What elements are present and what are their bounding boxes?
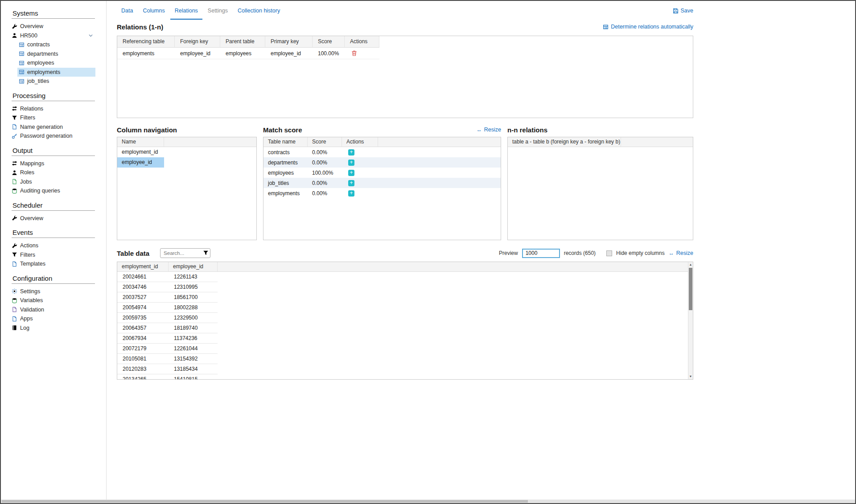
hide-empty-columns-checkbox[interactable] xyxy=(606,250,612,256)
column-header: Table name xyxy=(263,137,308,147)
sidebar-item-log[interactable]: Log xyxy=(12,324,106,333)
document-icon xyxy=(12,316,17,322)
sidebar-item-roles[interactable]: Roles xyxy=(12,168,106,177)
sidebar-section-configuration: Configuration xyxy=(12,275,95,282)
sidebar-item-label: Variables xyxy=(20,297,43,303)
hide-empty-columns-label: Hide empty columns xyxy=(616,250,665,256)
column-nav-row-employee-id[interactable]: employee_id xyxy=(117,157,164,168)
sidebar-item-employees[interactable]: employees xyxy=(17,58,95,68)
column-header: Score xyxy=(308,137,342,147)
cell-referencing-table: employments xyxy=(117,50,175,57)
match-score-row: contracts 0.00% xyxy=(263,147,501,157)
cell-employee-id: 12310995 xyxy=(169,284,218,290)
cell-table-name: employments xyxy=(263,190,308,197)
cell-employment-id: 20034746 xyxy=(117,284,169,290)
tab-collection-history[interactable]: Collection history xyxy=(233,2,284,20)
add-relation-button[interactable] xyxy=(348,149,354,156)
add-relation-button[interactable] xyxy=(348,190,354,197)
arrows-icon xyxy=(12,160,17,166)
sidebar-item-password-generation[interactable]: Password generation xyxy=(12,131,106,141)
cell-table-name: job_titles xyxy=(263,180,308,186)
sidebar-item-label: Settings xyxy=(20,288,40,295)
table-data-resize-button[interactable]: ↔ Resize xyxy=(669,250,693,256)
sidebar-item-event-filters[interactable]: Filters xyxy=(12,250,106,260)
user-icon xyxy=(12,33,17,38)
sidebar-item-label: Name generation xyxy=(20,124,63,130)
table-row: 20105081 13154392 xyxy=(117,354,218,364)
tab-columns[interactable]: Columns xyxy=(138,2,169,20)
tab-settings[interactable]: Settings xyxy=(203,2,232,20)
cell-employment-id: 20120283 xyxy=(117,366,169,372)
add-relation-button[interactable] xyxy=(348,180,354,186)
sidebar-section-events: Events xyxy=(12,229,95,236)
sidebar-item-filters[interactable]: Filters xyxy=(12,113,106,123)
cell-score: 0.00% xyxy=(308,190,342,197)
sidebar-item-name-generation[interactable]: Name generation xyxy=(12,123,106,132)
tab-relations[interactable]: Relations xyxy=(170,2,202,20)
cell-table-name: contracts xyxy=(263,149,308,156)
scrollbar-thumb[interactable] xyxy=(2,500,528,503)
sidebar-item-validation[interactable]: Validation xyxy=(12,305,106,315)
determine-relations-button[interactable]: Determine relations automatically xyxy=(603,24,693,30)
cell-employee-id: 13185434 xyxy=(169,366,218,372)
sidebar-item-settings[interactable]: Settings xyxy=(12,287,106,296)
sidebar-item-job-titles[interactable]: job_titles xyxy=(17,77,95,86)
section-divider xyxy=(12,283,95,284)
scrollbar-thumb[interactable] xyxy=(689,268,692,310)
sidebar-item-label: Overview xyxy=(20,23,43,29)
sidebar-item-relations[interactable]: Relations xyxy=(12,104,106,114)
horizontal-scrollbar[interactable] xyxy=(1,500,855,503)
sidebar-item-departments[interactable]: departments xyxy=(17,49,95,59)
filter-funnel-icon[interactable] xyxy=(203,250,209,256)
cell-employment-id: 20054974 xyxy=(117,304,169,311)
table-data-title: Table data xyxy=(117,250,149,257)
cell-employee-id: 15410815 xyxy=(169,376,218,380)
sidebar-item-label: Filters xyxy=(20,252,35,258)
vertical-scrollbar[interactable]: ▲ ▼ xyxy=(688,262,693,379)
cell-score: 0.00% xyxy=(308,160,342,166)
sidebar-item-hr500[interactable]: HR500 xyxy=(12,31,95,41)
sidebar-item-auditing-queries[interactable]: Auditing queries xyxy=(12,186,106,196)
cell-score: 0.00% xyxy=(308,180,342,186)
chevron-down-icon[interactable] xyxy=(88,33,94,38)
database-icon xyxy=(12,298,17,303)
sidebar-item-label: Relations xyxy=(20,106,43,112)
sidebar-item-overview[interactable]: Overview xyxy=(12,22,106,31)
sidebar-item-actions[interactable]: Actions xyxy=(12,241,106,250)
gear-icon xyxy=(12,288,17,294)
delete-relation-button[interactable] xyxy=(351,50,358,57)
preview-count-input[interactable] xyxy=(522,249,560,258)
cell-parent-table: employees xyxy=(220,50,265,57)
sidebar-section-scheduler: Scheduler xyxy=(12,201,95,209)
scroll-down-arrow[interactable]: ▼ xyxy=(688,374,693,379)
sidebar-item-templates[interactable]: Templates xyxy=(12,259,106,269)
sidebar-item-apps[interactable]: Apps xyxy=(12,314,106,324)
sidebar-item-label: HR500 xyxy=(20,33,37,39)
sidebar-item-label: Auditing queries xyxy=(20,188,60,194)
sidebar-item-label: Log xyxy=(20,325,29,331)
table-row: 20120283 13185434 xyxy=(117,364,218,374)
sidebar-item-scheduler-overview[interactable]: Overview xyxy=(12,214,106,223)
table-icon xyxy=(19,51,25,57)
sidebar-item-employments[interactable]: employments xyxy=(17,68,95,77)
match-score-resize-button[interactable]: ↔ Resize xyxy=(477,127,501,133)
sidebar-item-label: Actions xyxy=(20,242,38,249)
add-relation-button[interactable] xyxy=(348,160,354,166)
add-relation-button[interactable] xyxy=(348,170,354,176)
sidebar-item-variables[interactable]: Variables xyxy=(12,296,106,305)
cell-score: 100.00% xyxy=(313,50,345,57)
save-button[interactable]: Save xyxy=(673,8,694,14)
sidebar-item-label: departments xyxy=(27,51,58,57)
section-divider xyxy=(12,210,95,211)
tab-data[interactable]: Data xyxy=(117,2,137,20)
column-nav-row-employment-id[interactable]: employment_id xyxy=(117,147,164,157)
relations-table-row: employments employee_id employees employ… xyxy=(117,48,379,59)
sidebar-item-contracts[interactable]: contracts xyxy=(17,40,95,49)
sidebar-item-jobs[interactable]: Jobs xyxy=(12,177,106,187)
scroll-up-arrow[interactable]: ▲ xyxy=(688,262,693,267)
cell-employment-id: 20067934 xyxy=(117,335,169,341)
document-icon xyxy=(12,261,17,267)
cell-foreign-key: employee_id xyxy=(175,50,220,57)
sidebar-item-mappings[interactable]: Mappings xyxy=(12,159,106,168)
sidebar-item-label: Apps xyxy=(20,316,33,322)
